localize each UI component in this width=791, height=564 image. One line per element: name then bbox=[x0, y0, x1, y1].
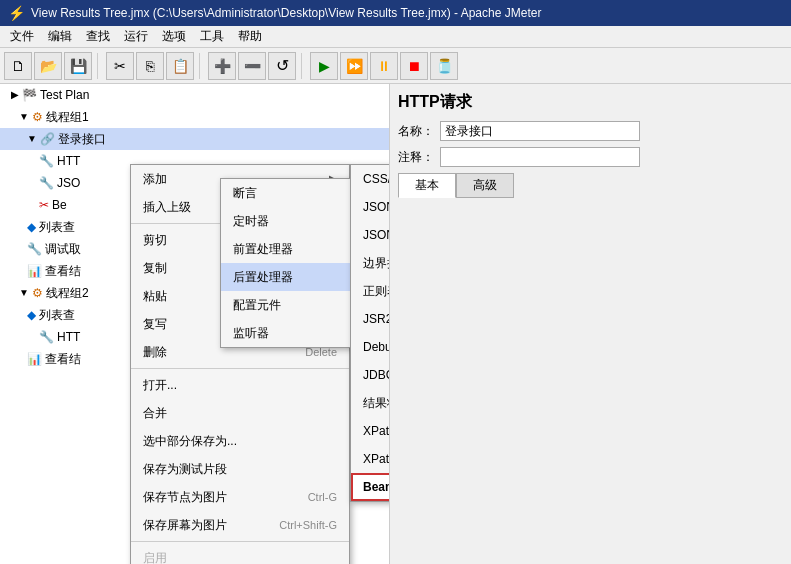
tree-node-testplan[interactable]: ▶ 🏁 Test Plan bbox=[0, 84, 389, 106]
htt2-icon: 🔧 bbox=[39, 328, 54, 346]
pause-button[interactable]: ⏸ bbox=[370, 52, 398, 80]
play-fast-button[interactable]: ⏩ bbox=[340, 52, 368, 80]
name-input[interactable] bbox=[440, 121, 640, 141]
remove-button[interactable]: ➖ bbox=[238, 52, 266, 80]
paste-button[interactable]: 📋 bbox=[166, 52, 194, 80]
ctx-sep-3 bbox=[131, 541, 349, 542]
tab-advanced[interactable]: 高级 bbox=[456, 173, 514, 198]
expand-icon-2: ▼ bbox=[19, 284, 29, 302]
app-icon: ⚡ bbox=[8, 5, 25, 21]
comment-input[interactable] bbox=[440, 147, 640, 167]
ctx-merge[interactable]: 合并 bbox=[131, 399, 349, 427]
save-button[interactable]: 💾 bbox=[64, 52, 92, 80]
title-bar: ⚡ View Results Tree.jmx (C:\Users\Admini… bbox=[0, 0, 791, 26]
pp-xpath[interactable]: XPath提取器 bbox=[351, 417, 390, 445]
cut-button[interactable]: ✂ bbox=[106, 52, 134, 80]
ctx-save-screen-image[interactable]: 保存屏幕为图片 Ctrl+Shift-G bbox=[131, 511, 349, 539]
list2-icon: ◆ bbox=[27, 306, 36, 324]
toolbar: 🗋 📂 💾 ✂ ⎘ 📋 ➕ ➖ ↺ ▶ ⏩ ⏸ ⏹ 🫙 bbox=[0, 48, 791, 84]
pp-regex[interactable]: 正则表达式提取器 bbox=[351, 277, 390, 305]
menu-options[interactable]: 选项 bbox=[156, 26, 192, 47]
ctx-save-node-image[interactable]: 保存节点为图片 Ctrl-G bbox=[131, 483, 349, 511]
comment-label: 注释： bbox=[398, 149, 434, 166]
tree-panel: ▶ 🏁 Test Plan ▼ ⚙ 线程组1 ▼ 🔗 登录接口 🔧 HTT 🔧 … bbox=[0, 84, 390, 564]
threadgroup1-icon: ⚙ bbox=[32, 108, 43, 126]
stop-button[interactable]: ⏹ bbox=[400, 52, 428, 80]
menu-run[interactable]: 运行 bbox=[118, 26, 154, 47]
jar-button[interactable]: 🫙 bbox=[430, 52, 458, 80]
view2-icon: 📊 bbox=[27, 350, 42, 368]
htt-icon: 🔧 bbox=[39, 152, 54, 170]
pp-jdbc[interactable]: JDBC PostProcessor bbox=[351, 361, 390, 389]
tab-basic[interactable]: 基本 bbox=[398, 173, 456, 198]
view1-icon: 📊 bbox=[27, 262, 42, 280]
be-icon: ✂ bbox=[39, 196, 49, 214]
copy-button[interactable]: ⎘ bbox=[136, 52, 164, 80]
new-button[interactable]: 🗋 bbox=[4, 52, 32, 80]
menu-edit[interactable]: 编辑 bbox=[42, 26, 78, 47]
name-label: 名称： bbox=[398, 123, 434, 140]
menu-file[interactable]: 文件 bbox=[4, 26, 40, 47]
title-text: View Results Tree.jmx (C:\Users\Administ… bbox=[31, 6, 541, 20]
separator-1 bbox=[97, 53, 101, 79]
expand-icon: ▶ bbox=[11, 86, 19, 104]
open-button[interactable]: 📂 bbox=[34, 52, 62, 80]
debug-icon: 🔧 bbox=[27, 240, 42, 258]
pp-debug[interactable]: Debug PostProcessor bbox=[351, 333, 390, 361]
add-button[interactable]: ➕ bbox=[208, 52, 236, 80]
separator-2 bbox=[199, 53, 203, 79]
tree-node-threadgroup1[interactable]: ▼ ⚙ 线程组1 bbox=[0, 106, 389, 128]
pp-json-jmes[interactable]: JSON JMESPath Extractor bbox=[351, 221, 390, 249]
main-content: ▶ 🏁 Test Plan ▼ ⚙ 线程组1 ▼ 🔗 登录接口 🔧 HTT 🔧 … bbox=[0, 84, 791, 564]
name-row: 名称： bbox=[398, 121, 783, 141]
ctx-open[interactable]: 打开... bbox=[131, 371, 349, 399]
pp-jsr223[interactable]: JSR223 PostProcessor bbox=[351, 305, 390, 333]
panel-title: HTTP请求 bbox=[398, 92, 783, 113]
expand-icon-login: ▼ bbox=[27, 130, 37, 148]
pp-css-jquery[interactable]: CSS/jQuery提取器 bbox=[351, 165, 390, 193]
menu-find[interactable]: 查找 bbox=[80, 26, 116, 47]
right-panel: HTTP请求 名称： 注释： 基本 高级 bbox=[390, 84, 791, 564]
pp-boundary[interactable]: 边界提取器 bbox=[351, 249, 390, 277]
pp-beanshell[interactable]: BeanShell PostProcessor bbox=[351, 473, 390, 501]
ctx-sep-2 bbox=[131, 368, 349, 369]
tabs-bar: 基本 高级 bbox=[398, 173, 783, 198]
play-button[interactable]: ▶ bbox=[310, 52, 338, 80]
pp-json[interactable]: JSON提取器 bbox=[351, 193, 390, 221]
jso-icon: 🔧 bbox=[39, 174, 54, 192]
ctx-enable[interactable]: 启用 bbox=[131, 544, 349, 564]
pp-result-status[interactable]: 结果状态处理器 bbox=[351, 389, 390, 417]
login-icon: 🔗 bbox=[40, 130, 55, 148]
pp-xpath2[interactable]: XPath2 Extractor bbox=[351, 445, 390, 473]
threadgroup2-icon: ⚙ bbox=[32, 284, 43, 302]
submenu-postprocessor: CSS/jQuery提取器 JSON提取器 JSON JMESPath Extr… bbox=[350, 164, 390, 502]
reset-button[interactable]: ↺ bbox=[268, 52, 296, 80]
menu-bar: 文件 编辑 查找 运行 选项 工具 帮助 bbox=[0, 26, 791, 48]
ctx-save-selection[interactable]: 选中部分保存为... bbox=[131, 427, 349, 455]
ctx-save-as-fragment[interactable]: 保存为测试片段 bbox=[131, 455, 349, 483]
menu-help[interactable]: 帮助 bbox=[232, 26, 268, 47]
comment-row: 注释： bbox=[398, 147, 783, 167]
separator-3 bbox=[301, 53, 305, 79]
tree-node-login[interactable]: ▼ 🔗 登录接口 bbox=[0, 128, 389, 150]
testplan-icon: 🏁 bbox=[22, 86, 37, 104]
list1-icon: ◆ bbox=[27, 218, 36, 236]
menu-tools[interactable]: 工具 bbox=[194, 26, 230, 47]
expand-icon-1: ▼ bbox=[19, 108, 29, 126]
